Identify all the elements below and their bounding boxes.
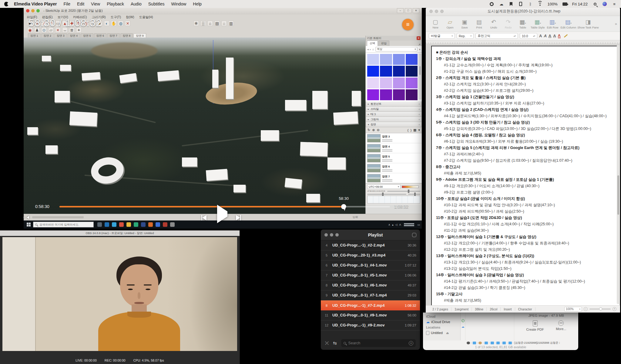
volume-icon[interactable] <box>27 216 29 219</box>
scene-list-item[interactable]: 장면 4 <box>366 143 422 153</box>
section-options-icon[interactable]: ▪ <box>419 123 420 126</box>
obs-status-icon[interactable] <box>489 2 494 6</box>
section-options-icon[interactable]: ▪ <box>419 108 420 111</box>
menubar-clock[interactable]: Fri 14:22 <box>572 2 588 6</box>
home-path-icon[interactable] <box>478 342 482 344</box>
sketchup-icon[interactable] <box>170 222 175 227</box>
wifi-icon[interactable] <box>538 2 542 6</box>
color-swatch[interactable] <box>406 66 418 77</box>
zoom-in-button[interactable]: + <box>613 307 616 311</box>
playlist-row[interactable]: 5UD_CG-Progr...20-1)_#3.mp440:26 <box>321 250 420 260</box>
office-icon[interactable] <box>134 222 138 227</box>
font-combo[interactable]: 휴먼고딕▴▾ <box>475 33 518 39</box>
playlist-row[interactable]: 9UD_CG-Progr...0-1)_#7-1.mp429:03 <box>321 290 420 300</box>
color-swatch[interactable] <box>367 54 379 65</box>
toolbar-table-style[interactable]: ▦▾Table Style <box>531 19 545 29</box>
action-center-icon[interactable]: ▭ <box>417 223 420 226</box>
color-swatch[interactable] <box>393 78 405 88</box>
bookmark-status-icon[interactable] <box>509 2 513 6</box>
playlist-mode-icon[interactable] <box>412 233 416 237</box>
apple-logo-icon[interactable] <box>4 2 8 6</box>
firefox-icon[interactable] <box>148 222 153 227</box>
app-red-icon[interactable] <box>163 222 167 227</box>
obs-titlebar[interactable]: OBS 24.0.8 (mac) - 프로파일: Untitled - 장면: … <box>0 230 240 236</box>
tray-chevron-icon[interactable]: ∧ <box>388 223 390 226</box>
dropdown-caret-icon[interactable]: ▾ <box>555 22 556 24</box>
pan-tool-icon[interactable]: ✋ <box>111 21 116 26</box>
playlist-row[interactable]: 6UD_CG-Progr...0-1)_#4-1.mov1:07:12 <box>321 260 420 270</box>
scene-tab[interactable]: 장면 4 <box>68 33 80 38</box>
taskbar-clock[interactable] <box>404 223 414 226</box>
scene-tab[interactable]: 장면 5 <box>81 33 93 38</box>
tray-section-collapsed[interactable]: ▸컴포넌트▪ <box>366 101 422 107</box>
tray-close-icon[interactable]: ✕ <box>417 36 421 40</box>
next-track-button[interactable] <box>236 215 241 220</box>
materials-collection-combo[interactable]: 색상 ▾ <box>375 47 418 51</box>
color-swatch[interactable] <box>406 78 418 88</box>
folder-path-icon[interactable] <box>491 342 494 344</box>
highlighter-icon[interactable] <box>564 34 568 38</box>
color-swatch[interactable] <box>380 78 392 88</box>
date-slider[interactable] <box>387 191 420 192</box>
refresh-scene-icon[interactable]: ↻ <box>368 128 370 132</box>
zoom-out-button[interactable]: − <box>584 307 588 311</box>
toolbar-edit-row[interactable]: ▥▾Edit Row <box>546 19 559 29</box>
finder-path-bar[interactable]: › › › › › › › › [김형준-21925998]21925998 김… <box>465 340 578 345</box>
scene-list-item[interactable]: 장면 3 <box>366 133 422 143</box>
sketchup-menu-item[interactable]: 도움말(H) <box>139 15 153 19</box>
folder-path-icon[interactable] <box>473 342 476 344</box>
menu-help[interactable]: Help <box>193 2 202 6</box>
dropdown-caret-icon[interactable]: ▾ <box>571 22 572 24</box>
tray-network-icon[interactable]: ▴ <box>392 223 394 226</box>
color-swatch[interactable] <box>406 89 418 100</box>
sketchup-3d-viewport[interactable] <box>24 38 422 214</box>
menu-subtitles[interactable]: Subtitles <box>148 2 165 6</box>
sample-paint-icon[interactable]: ↗ <box>418 43 421 46</box>
menu-file[interactable]: File <box>63 2 70 6</box>
sidebar-item-untitled[interactable]: Untitled ⏏ <box>426 330 460 336</box>
tray-ime-icon[interactable]: A <box>399 223 401 226</box>
scene-tab[interactable]: 장면 3 <box>54 33 67 38</box>
toolbar-edit-column[interactable]: ▤▾Edit Column <box>560 19 576 29</box>
color-swatch[interactable] <box>367 66 379 77</box>
active-app-name[interactable]: Elmedia Video Player <box>14 2 57 6</box>
color-swatch[interactable] <box>380 66 392 77</box>
menu-window[interactable]: Window <box>171 2 186 6</box>
playlist-row[interactable]: 8UD_CG-Progr...0-1)_#6-1.mov49:37 <box>321 280 420 290</box>
toolbar-open[interactable]: ▱Open <box>443 19 457 29</box>
photoshop-icon[interactable] <box>141 222 146 227</box>
forward-arrow-icon[interactable]: ▸ <box>370 48 371 51</box>
remove-scene-icon[interactable]: ⊖ <box>377 128 379 132</box>
light-slider[interactable] <box>408 194 420 195</box>
elmedia-menu-button[interactable]: ≡ <box>402 19 414 30</box>
shadow-icon[interactable]: ❋ <box>193 21 199 26</box>
chrome-icon[interactable] <box>119 222 124 227</box>
path-file-name[interactable]: [김형준-21925998]21925998 김형준 최 <box>514 341 560 345</box>
dropdown-caret-icon[interactable]: ▾ <box>525 22 526 24</box>
sidebar-item-icloud-drive[interactable]: ☁ iCloud Drive <box>426 319 460 325</box>
spotlight-icon[interactable] <box>592 2 597 6</box>
toolbar-overflow-icon[interactable]: » <box>615 22 617 26</box>
color-swatch[interactable] <box>393 89 405 100</box>
color-swatch[interactable] <box>380 54 392 65</box>
orbit-tool-icon[interactable]: ◐ <box>104 21 109 26</box>
disk-path-icon[interactable] <box>467 342 470 344</box>
playlist-row[interactable]: 11UD_CG-Progr...0-1)_#9-1.mov56:00 <box>321 310 420 320</box>
font-color-button[interactable]: A <box>558 34 561 38</box>
window-control-button[interactable]: □ <box>405 8 411 13</box>
bluetooth-icon[interactable]: ᛒ <box>528 2 533 6</box>
toolbar-print[interactable]: ▤Print <box>472 19 486 29</box>
tray-section-collapsed[interactable]: ▸그림자▪ <box>366 117 422 122</box>
scene-tab[interactable]: 장면 7 <box>107 33 120 38</box>
previous-track-button[interactable] <box>201 215 206 220</box>
rep-combo[interactable]: Rep.▾ <box>457 33 474 39</box>
dropdown-caret-icon[interactable]: ▾ <box>540 22 541 24</box>
tray-section-collapsed[interactable]: ▸태그▪ <box>366 112 422 117</box>
color-swatch[interactable] <box>367 78 379 88</box>
sketchup-menu-item[interactable]: 도구(T) <box>111 15 121 19</box>
zoom-combo[interactable]: 100%▾ <box>564 307 582 312</box>
folder-path-icon[interactable] <box>509 342 512 344</box>
repeat-icon[interactable]: ⇆ <box>333 340 337 346</box>
tray-volume-icon[interactable]: ◁ <box>395 223 398 226</box>
move-left-icon[interactable]: ( <box>408 128 409 132</box>
